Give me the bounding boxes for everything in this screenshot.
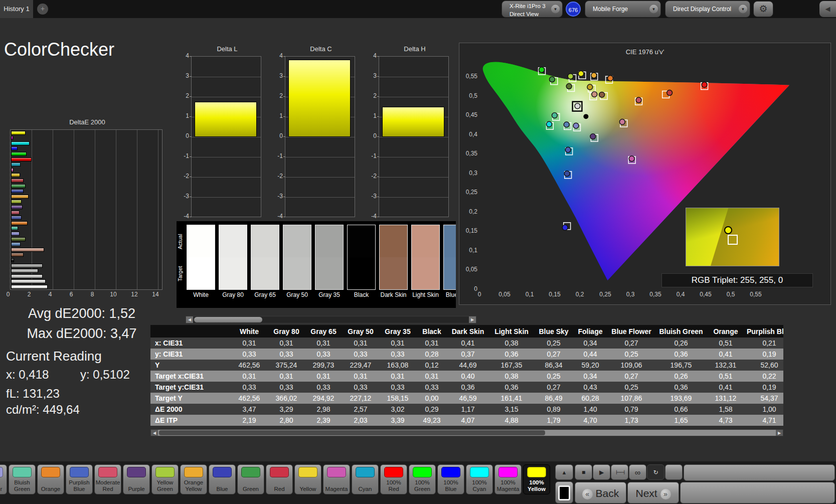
- table-cell: 0,34: [573, 338, 608, 349]
- add-tab-button[interactable]: +: [37, 4, 48, 15]
- patch-button-cyan[interactable]: Cyan: [352, 464, 379, 494]
- table-scrollbar[interactable]: ◀ ▶: [150, 429, 783, 436]
- source-dropdown[interactable]: Mobile Forge ▼: [585, 1, 661, 18]
- scroll-right-icon[interactable]: ▶: [469, 316, 476, 323]
- patch-button-100-yellow[interactable]: 100% Yellow: [523, 464, 550, 494]
- patch-button-100-magenta[interactable]: 100% Magenta: [494, 464, 522, 494]
- patch-button-100-blue[interactable]: 100% Blue: [437, 464, 464, 494]
- tab-history-1[interactable]: History 1: [0, 0, 33, 18]
- patch-button-bluish-green[interactable]: Bluish Green: [9, 464, 36, 494]
- patch-button-purplish-blue[interactable]: Purplish Blue: [66, 464, 93, 494]
- step-button[interactable]: ⊢⊣: [611, 464, 628, 480]
- delta-l-chart: Delta L 43210-1-2-3-4: [178, 45, 264, 224]
- swatch-scrollbar[interactable]: ◀ ▶: [186, 316, 476, 323]
- scrollbar-thumb[interactable]: [194, 317, 262, 322]
- loop-button[interactable]: ∞: [629, 464, 646, 480]
- delta-c-plot-area: [285, 56, 355, 217]
- meter-dropdown[interactable]: X-Rite i1Pro 3 Direct View ▼: [501, 1, 563, 18]
- scroll-left-icon[interactable]: ◀: [151, 430, 158, 436]
- table-cell: 2,98: [305, 404, 342, 415]
- next-button[interactable]: Next »: [627, 482, 679, 503]
- display-control-dropdown[interactable]: Direct Display Control ▼: [665, 1, 750, 18]
- meter-count-badge[interactable]: 676: [566, 2, 581, 17]
- patch-window-icon: [558, 485, 570, 500]
- swatch-gray-80: Gray 80: [219, 225, 247, 298]
- table-cell: 4,88: [488, 415, 535, 426]
- reading-x: x: 0,418: [6, 368, 49, 382]
- de2000-chart-title: DeltaE 2000: [4, 118, 171, 126]
- scroll-left-icon[interactable]: ◀: [186, 316, 193, 323]
- table-cell: 0,26: [655, 338, 707, 349]
- patch-button-100-red[interactable]: 100% Red: [380, 464, 407, 494]
- x-tick-label: 0: [2, 291, 14, 298]
- actual-orange: [608, 76, 613, 81]
- blank-button[interactable]: [665, 464, 683, 480]
- patch-button-green[interactable]: Green: [237, 464, 264, 494]
- tick-mark: [190, 217, 192, 217]
- swatch-gray-65: Gray 65: [251, 225, 279, 298]
- table-cell: 0,31: [268, 371, 305, 382]
- patch-button-100-cyan[interactable]: 100% Cyan: [466, 464, 493, 494]
- patch-button-blue-flower[interactable]: Blue Flower: [0, 464, 7, 494]
- y-tick-label: 4: [272, 52, 283, 59]
- patch-window-button[interactable]: [555, 481, 573, 503]
- step-icon: ⊢⊣: [616, 469, 623, 476]
- table-body: x: CIE310,310,310,310,310,310,310,410,38…: [150, 338, 783, 426]
- table-cell: 229,47: [342, 360, 379, 371]
- table-cell: 0,33: [416, 382, 447, 393]
- y-tick-label: 0: [366, 132, 377, 139]
- patch-button-orange[interactable]: Orange: [37, 464, 64, 494]
- table-cell: 1,00: [744, 404, 783, 415]
- patch-button-moderate-red[interactable]: Moderate Red: [94, 464, 121, 494]
- patch-button-purple[interactable]: Purple: [123, 464, 150, 494]
- scrollbar-thumb[interactable]: [159, 430, 545, 435]
- table-cell: 299,73: [305, 360, 342, 371]
- actual-blue-flower: [573, 123, 579, 128]
- settings-button[interactable]: ⚙: [753, 1, 773, 17]
- table-row: Target y:CIE310,330,330,330,330,330,330,…: [150, 382, 783, 393]
- y-tick-label: 4: [366, 52, 377, 59]
- table-cell: 0,43: [573, 382, 608, 393]
- back-button[interactable]: « Back: [575, 482, 626, 503]
- patch-button-yellow-green[interactable]: Yellow Green: [151, 464, 179, 494]
- table-cell: 52,60: [744, 360, 783, 371]
- table-cell: 1,40: [573, 404, 608, 415]
- play-button[interactable]: ▶: [593, 464, 610, 480]
- patch-button-yellow[interactable]: Yellow: [294, 464, 321, 494]
- delta-l-title: Delta L: [184, 45, 270, 53]
- patch-button-orange-yellow[interactable]: Orange Yellow: [180, 464, 207, 494]
- tick-mark: [377, 116, 379, 117]
- y-tick-label: -1: [272, 152, 283, 159]
- swatch-actual: [283, 225, 311, 257]
- gridline: [379, 177, 448, 178]
- patch-button-blue[interactable]: Blue: [209, 464, 236, 494]
- collapse-panel-button[interactable]: ◀: [819, 1, 836, 17]
- stop-button[interactable]: ■: [575, 464, 592, 480]
- patch-button-red[interactable]: Red: [266, 464, 293, 494]
- patch-button-100-green[interactable]: 100% Green: [409, 464, 436, 494]
- row-label: Target y:CIE31: [150, 382, 231, 393]
- patch-swatch: [527, 467, 546, 477]
- swatch-name: Gray 50: [283, 291, 311, 298]
- swatch-target: [444, 257, 456, 289]
- column-header-Blue Sky: Blue Sky: [535, 325, 573, 338]
- actual-moderate-red: [636, 97, 641, 103]
- gridline: [192, 137, 261, 137]
- chevrons-left-icon: «: [582, 489, 593, 499]
- stop-icon: ■: [582, 469, 585, 476]
- table-cell: 1,73: [608, 415, 655, 426]
- x-tick-label: 6: [65, 291, 77, 298]
- refresh-button[interactable]: ↻: [647, 464, 664, 480]
- gridline: [379, 157, 448, 157]
- inset-actual-dot: [725, 227, 732, 234]
- scroll-up-button[interactable]: ▲: [555, 464, 573, 480]
- table-cell: 0,31: [342, 338, 379, 349]
- patch-button-magenta[interactable]: Magenta: [323, 464, 350, 494]
- swatch-target: [251, 257, 279, 289]
- swatch-white: White: [187, 225, 215, 298]
- de2000-bar-100-red: [11, 157, 32, 161]
- scroll-right-icon[interactable]: ▶: [776, 430, 783, 436]
- swatch-blue-sky: Blue Sky: [443, 225, 456, 298]
- table-cell: 0,40: [447, 371, 488, 382]
- table-cell: 0,37: [447, 349, 488, 360]
